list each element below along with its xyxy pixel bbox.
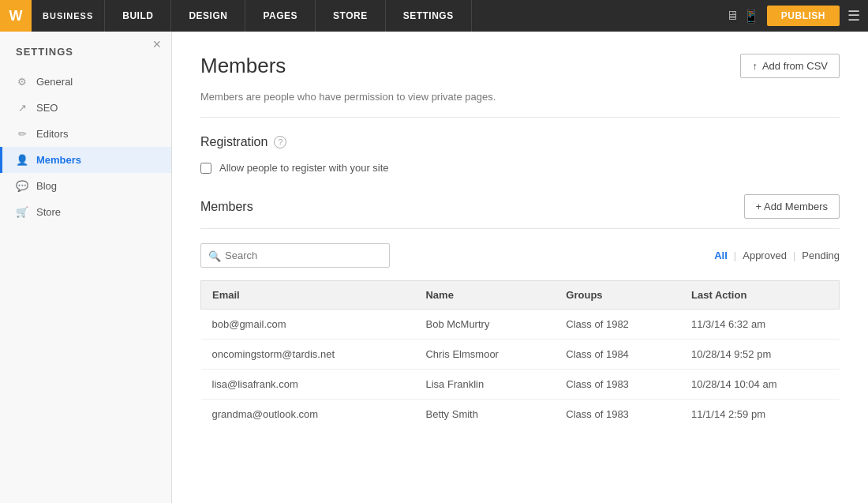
table-row[interactable]: bob@gmail.com Bob McMurtry Class of 1982… [201, 310, 840, 340]
col-last-action: Last Action [680, 281, 839, 310]
register-checkbox-label: Allow people to register with your site [219, 162, 389, 174]
cell-name: Bob McMurtry [414, 310, 555, 340]
cell-groups: Class of 1984 [555, 340, 680, 370]
sidebar-close-icon[interactable]: ✕ [152, 38, 162, 51]
cell-groups: Class of 1983 [555, 400, 680, 430]
cell-last-action: 10/28/14 10:04 am [680, 370, 839, 400]
layout: ✕ SETTINGS ⚙ General ↗ SEO ✏ Editors 👤 M… [0, 32, 868, 503]
members-table: Email Name Groups Last Action bob@gmail.… [200, 280, 840, 429]
person-icon: 👤 [16, 154, 28, 166]
logo: W [0, 0, 32, 32]
sidebar-label-members: Members [36, 154, 81, 166]
col-email: Email [201, 281, 415, 310]
help-icon[interactable]: ? [274, 136, 286, 148]
upload-icon: ↑ [752, 60, 758, 72]
sidebar-label-general: General [36, 76, 73, 88]
members-section: Members + Add Members 🔍 All | Approved |… [200, 194, 840, 429]
gear-icon: ⚙ [16, 76, 28, 88]
sidebar-label-blog: Blog [36, 180, 57, 192]
nav-item-settings[interactable]: SETTINGS [386, 0, 472, 32]
cell-name: Betty Smith [414, 400, 555, 430]
desktop-icon[interactable]: 🖥 [726, 9, 739, 24]
store-icon: 🛒 [16, 206, 28, 218]
cell-email: bob@gmail.com [201, 310, 415, 340]
sidebar-item-blog[interactable]: 💬 Blog [0, 173, 171, 199]
top-nav: W BUSINESS BUILD DESIGN PAGES STORE SETT… [0, 0, 868, 32]
members-section-title: Members [200, 200, 253, 214]
sidebar-title: SETTINGS [0, 38, 171, 69]
cell-email: oncomingstorm@tardis.net [201, 340, 415, 370]
registration-title: Registration [200, 135, 268, 149]
menu-icon[interactable]: ☰ [847, 9, 860, 23]
sidebar-item-members[interactable]: 👤 Members [0, 147, 171, 173]
nav-item-design[interactable]: DESIGN [171, 0, 245, 32]
cell-name: Chris Elmsmoor [414, 340, 555, 370]
sidebar-label-editors: Editors [36, 128, 68, 140]
col-name: Name [414, 281, 555, 310]
seo-icon: ↗ [16, 102, 28, 114]
nav-item-build[interactable]: BUILD [104, 0, 171, 32]
blog-icon: 💬 [16, 180, 28, 192]
filter-links: All | Approved | Pending [714, 250, 840, 261]
filter-all[interactable]: All [714, 250, 728, 261]
main-content: Members ↑ Add from CSV Members are peopl… [172, 32, 868, 503]
add-from-csv-button[interactable]: ↑ Add from CSV [740, 54, 840, 78]
brand: BUSINESS [32, 11, 104, 21]
device-icons: 🖥 📱 [726, 9, 759, 24]
search-icon: 🔍 [208, 250, 221, 261]
table-row[interactable]: lisa@lisafrank.com Lisa Franklin Class o… [201, 370, 840, 400]
sidebar-label-seo: SEO [36, 102, 58, 114]
filter-pending[interactable]: Pending [802, 250, 840, 261]
add-members-button[interactable]: + Add Members [744, 194, 840, 219]
search-wrapper: 🔍 [200, 243, 390, 268]
cell-last-action: 10/28/14 9:52 pm [680, 340, 839, 370]
cell-name: Lisa Franklin [414, 370, 555, 400]
cell-email: lisa@lisafrank.com [201, 370, 415, 400]
col-groups: Groups [555, 281, 680, 310]
sidebar-item-editors[interactable]: ✏ Editors [0, 121, 171, 147]
cell-groups: Class of 1983 [555, 370, 680, 400]
publish-button[interactable]: PUBLISH [767, 6, 840, 26]
sidebar-item-store[interactable]: 🛒 Store [0, 199, 171, 225]
sidebar-label-store: Store [36, 206, 61, 218]
sidebar-item-general[interactable]: ⚙ General [0, 69, 171, 95]
sidebar-item-seo[interactable]: ↗ SEO [0, 95, 171, 121]
page-title: Members [200, 54, 286, 78]
search-filter-row: 🔍 All | Approved | Pending [200, 243, 840, 268]
mobile-icon[interactable]: 📱 [743, 9, 759, 24]
cell-last-action: 11/1/14 2:59 pm [680, 400, 839, 430]
registration-section: Registration ? Allow people to register … [200, 135, 840, 174]
filter-approved[interactable]: Approved [743, 250, 787, 261]
pencil-icon: ✏ [16, 128, 28, 140]
registration-heading: Registration ? [200, 135, 840, 149]
sidebar: ✕ SETTINGS ⚙ General ↗ SEO ✏ Editors 👤 M… [0, 32, 172, 503]
members-section-header: Members + Add Members [200, 194, 840, 229]
register-checkbox[interactable] [200, 163, 211, 174]
page-header: Members ↑ Add from CSV [200, 54, 840, 78]
add-csv-label: Add from CSV [762, 60, 828, 72]
top-nav-right: 🖥 📱 PUBLISH ☰ [726, 6, 868, 26]
nav-item-pages[interactable]: PAGES [245, 0, 316, 32]
registration-checkbox-row: Allow people to register with your site [200, 162, 840, 174]
table-row[interactable]: grandma@outlook.com Betty Smith Class of… [201, 400, 840, 430]
table-row[interactable]: oncomingstorm@tardis.net Chris Elmsmoor … [201, 340, 840, 370]
cell-groups: Class of 1982 [555, 310, 680, 340]
nav-items: BUILD DESIGN PAGES STORE SETTINGS [104, 0, 726, 32]
cell-email: grandma@outlook.com [201, 400, 415, 430]
nav-item-store[interactable]: STORE [316, 0, 386, 32]
table-header-row: Email Name Groups Last Action [201, 281, 840, 310]
search-input[interactable] [200, 243, 390, 268]
cell-last-action: 11/3/14 6:32 am [680, 310, 839, 340]
members-description: Members are people who have permission t… [200, 91, 840, 118]
